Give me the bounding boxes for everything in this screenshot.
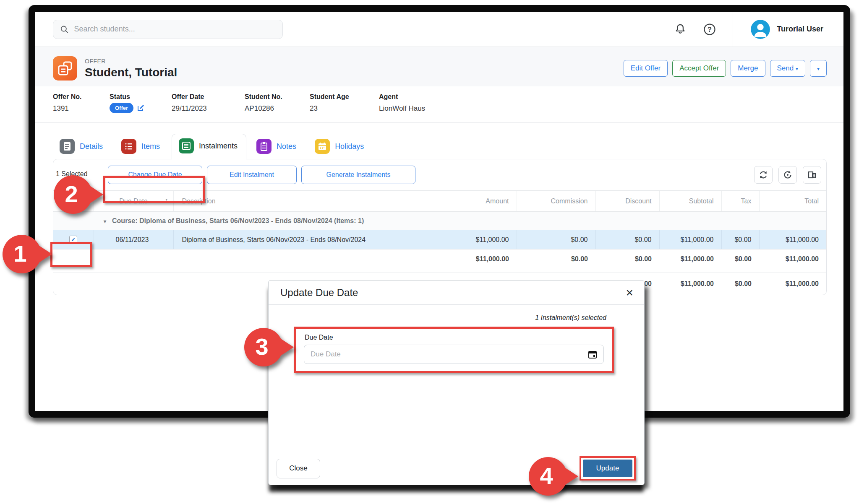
status-field: Status Offer [110, 93, 172, 113]
status-badge: Offer [110, 103, 133, 113]
tab-notes[interactable]: Notes [250, 135, 305, 159]
col-discount[interactable]: Discount [625, 197, 651, 205]
topbar-right: ? Turorial User [657, 12, 827, 47]
tab-instalments[interactable]: Instalments [172, 134, 246, 159]
col-commission[interactable]: Commission [551, 197, 587, 205]
total-subtotal: $11,000.00 [659, 273, 721, 295]
tab-details[interactable]: Details [53, 135, 111, 159]
user-name: Turorial User [777, 25, 823, 34]
cell-description: Diploma of Business, Starts 06/Nov/2023 … [173, 230, 453, 249]
offer-date-field: Offer Date 29/11/2023 [172, 93, 245, 113]
dialog-title: Update Due Date [280, 287, 358, 299]
screenshot-canvas: ? Turorial User [0, 0, 859, 504]
col-total[interactable]: Total [804, 197, 819, 205]
more-actions-button[interactable]: ▾ [810, 60, 827, 77]
user-avatar[interactable] [751, 20, 770, 39]
copy-icon [807, 170, 817, 180]
due-date-field-label: Due Date [305, 334, 604, 341]
items-list-icon [121, 139, 136, 154]
svg-text:?: ? [708, 25, 712, 33]
edit-offer-button[interactable]: Edit Offer [624, 60, 668, 77]
offer-no-label: Offer No. [53, 93, 110, 101]
cell-tax: $0.00 [721, 230, 759, 249]
copy-columns-button[interactable] [803, 166, 821, 184]
history-icon [783, 170, 793, 180]
cell-due-date: 06/11/2023 [94, 230, 173, 249]
student-no-field: Student No. AP10286 [245, 93, 310, 113]
generate-instalments-button[interactable]: Generate Instalments [301, 166, 415, 184]
notes-clipboard-icon [256, 139, 272, 154]
instalment-row[interactable]: ✓ 06/11/2023 Diploma of Business, Starts… [53, 230, 826, 249]
total-tax: $0.00 [721, 273, 759, 295]
student-no-link[interactable]: AP10286 [245, 104, 310, 113]
tab-holidays-label: Holidays [335, 142, 364, 151]
send-button[interactable]: Send ▾ [770, 60, 805, 77]
more-caret-icon: ▾ [817, 66, 820, 72]
cell-total: $11,000.00 [759, 230, 826, 249]
topbar-divider [733, 12, 733, 47]
cell-commission: $0.00 [517, 230, 595, 249]
tab-holidays[interactable]: Holidays [308, 135, 372, 159]
tab-bar: Details Items Instalments [35, 134, 843, 159]
update-button[interactable]: Update [583, 460, 632, 477]
annotation-rect-row-checkbox [50, 242, 92, 267]
page-title: Student, Tutorial [85, 66, 177, 79]
history-button[interactable] [778, 166, 797, 184]
offer-header: OFFER Student, Tutorial Edit Offer Accep… [35, 47, 843, 86]
agent-field: Agent LionWolf Haus [379, 93, 425, 113]
status-edit-icon[interactable] [137, 104, 145, 112]
calendar-icon[interactable] [588, 350, 597, 359]
send-caret-icon: ▾ [796, 66, 798, 72]
dialog-header: Update Due Date × [269, 281, 644, 305]
group-label: Course: Diploma of Business, Starts 06/N… [112, 217, 364, 224]
offer-date-label: Offer Date [172, 93, 245, 101]
topbar: ? Turorial User [35, 12, 843, 47]
agent-label: Agent [379, 93, 425, 101]
annotation-rect-due-date-field: Due Date [294, 327, 614, 373]
search-icon [60, 25, 69, 34]
course-group-row[interactable]: ▾Course: Diploma of Business, Starts 06/… [53, 212, 826, 230]
edit-instalment-button[interactable]: Edit Instalment [207, 166, 297, 184]
close-button[interactable]: Close [277, 459, 320, 478]
student-age-value: 23 [310, 104, 379, 113]
col-tax[interactable]: Tax [741, 197, 752, 205]
offer-titles: OFFER Student, Tutorial [85, 58, 177, 79]
holidays-calendar-icon [315, 139, 330, 154]
due-date-input[interactable] [311, 350, 588, 359]
merge-button[interactable]: Merge [731, 60, 765, 77]
due-date-input-box[interactable] [304, 345, 604, 364]
offer-info-row: Offer No. 1391 Status Offer Offer Date 2… [35, 86, 843, 123]
dialog-close-icon[interactable]: × [626, 288, 633, 298]
subtotal-commission: $0.00 [517, 249, 595, 269]
agent-link[interactable]: LionWolf Haus [379, 104, 425, 113]
tab-items-label: Items [141, 142, 160, 151]
col-subtotal[interactable]: Subtotal [689, 197, 714, 205]
student-age-label: Student Age [310, 93, 379, 101]
tab-items[interactable]: Items [115, 135, 168, 159]
dialog-body: 1 Instalment(s) selected Due Date [269, 305, 644, 373]
update-due-date-dialog: Update Due Date × 1 Instalment(s) select… [268, 280, 645, 485]
spacer-row [53, 269, 826, 273]
student-age-field: Student Age 23 [310, 93, 379, 113]
tab-notes-label: Notes [277, 142, 296, 151]
subtotal-tax: $0.00 [721, 249, 759, 269]
cell-discount: $0.00 [595, 230, 659, 249]
search-box[interactable] [53, 20, 283, 39]
refresh-button[interactable] [754, 166, 773, 184]
subtotal-discount: $0.00 [595, 249, 659, 269]
help-icon[interactable]: ? [703, 23, 716, 36]
tab-details-label: Details [80, 142, 103, 151]
svg-text:4: 4 [540, 462, 553, 489]
instalments-list-icon [179, 138, 194, 153]
refresh-icon [758, 170, 768, 180]
accept-offer-button[interactable]: Accept Offer [672, 60, 726, 77]
total-total: $11,000.00 [759, 273, 826, 295]
details-document-icon [60, 139, 75, 154]
offer-no-value: 1391 [53, 104, 110, 113]
callout-2: 2 [54, 174, 103, 216]
notifications-bell-icon[interactable] [674, 23, 687, 36]
search-input[interactable] [74, 25, 276, 34]
tab-instalments-label: Instalments [199, 142, 238, 151]
group-collapse-icon[interactable]: ▾ [104, 218, 106, 224]
col-amount[interactable]: Amount [486, 197, 509, 205]
